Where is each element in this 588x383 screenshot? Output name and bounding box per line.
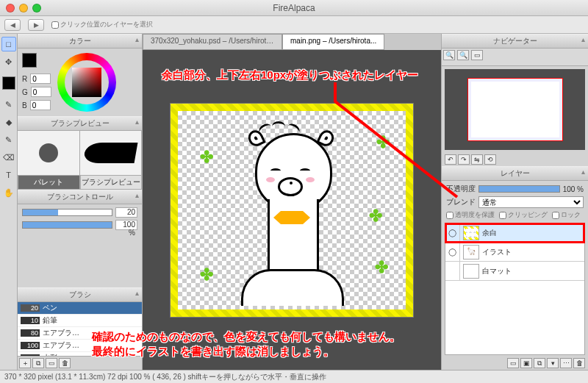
layer-name: イラスト: [482, 247, 512, 257]
canvas-checkerboard[interactable]: ✤ ✤ ✤ ✤ ✤: [178, 111, 406, 309]
add-brush-button[interactable]: ＋: [19, 358, 31, 368]
opacity-label: 不透明度: [446, 184, 476, 194]
layer-menu-button[interactable]: ⋯: [560, 358, 572, 368]
layer-controls: 不透明度 100 % ブレンド 通常 透明度を保護 クリッピング ロック: [442, 181, 588, 223]
layer-name: 余白: [482, 228, 497, 238]
zoom-in-button[interactable]: 🔍: [457, 50, 469, 60]
layer-opacity-slider[interactable]: [478, 185, 560, 193]
brush-preview-tab[interactable]: ブラシプレビュー: [80, 175, 143, 190]
zoom-icon[interactable]: [32, 4, 41, 12]
close-icon[interactable]: ▴: [135, 289, 139, 297]
zoom-fit-button[interactable]: ▭: [471, 50, 483, 60]
clover-icon: ✤: [200, 265, 213, 284]
brush-opacity-value[interactable]: 100 %: [115, 220, 137, 230]
brush-name: 鉛筆: [43, 315, 57, 326]
delete-brush-button[interactable]: 🗑: [59, 358, 71, 368]
rotate-right-button[interactable]: ↷: [458, 154, 470, 165]
color-panel: R G B: [18, 49, 142, 116]
close-icon[interactable]: ▴: [135, 191, 139, 199]
r-label: R: [22, 75, 27, 83]
close-icon[interactable]: ▴: [581, 35, 585, 43]
color-panel-header: カラー▴: [18, 34, 142, 49]
lock-checkbox[interactable]: ロック: [552, 210, 581, 220]
rotate-left-button[interactable]: ↶: [445, 154, 456, 165]
color-picker[interactable]: [57, 53, 123, 112]
clover-icon: ✤: [376, 133, 390, 152]
brush-preview: [18, 131, 142, 175]
toolbox: □ ✥ ✎ ◆ ✎ ⌫ T ✋: [0, 34, 18, 370]
brush-name: エアブラ…: [43, 328, 79, 338]
tool-pencil-icon[interactable]: ✎: [1, 132, 16, 147]
duplicate-layer-button[interactable]: ⧉: [534, 358, 545, 368]
canvas-yellow-margin: ✤ ✤ ✤ ✤ ✤: [171, 104, 413, 317]
tool-hand-icon[interactable]: ✋: [1, 185, 16, 200]
top-toolbar: ◀ ▶ クリック位置のレイヤーを選択: [0, 16, 588, 34]
layer-visibility-icon[interactable]: ◯: [445, 223, 460, 242]
nav-forward-button[interactable]: ▶: [28, 19, 44, 31]
current-color-swatch[interactable]: [22, 53, 37, 68]
close-icon[interactable]: ▴: [581, 168, 585, 176]
tool-text-icon[interactable]: T: [1, 168, 16, 182]
palette-tab[interactable]: パレット: [18, 175, 80, 190]
g-input[interactable]: [31, 87, 51, 97]
minimize-icon[interactable]: [19, 4, 28, 12]
delete-layer-button[interactable]: 🗑: [573, 358, 585, 368]
layer-thumbnail: [463, 264, 479, 279]
layer-visibility-icon[interactable]: ◯: [445, 243, 460, 261]
select-layer-at-click-checkbox[interactable]: クリック位置のレイヤーを選択: [51, 20, 153, 29]
clipping-checkbox[interactable]: クリッピング: [499, 210, 548, 220]
blend-label: ブレンド: [446, 197, 476, 207]
navigator-header: ナビゲーター▴: [442, 34, 588, 49]
brush-control-header: ブラシコントロール▴: [18, 190, 142, 204]
b-input[interactable]: [30, 100, 51, 110]
window-title: FireAlpaca: [273, 3, 315, 13]
reset-button[interactable]: ⟲: [484, 154, 496, 165]
layer-visibility-icon[interactable]: [445, 262, 460, 280]
layer-thumbnail: [463, 226, 479, 240]
tool-pen-icon[interactable]: ✎: [1, 97, 16, 112]
layer-row-yohaku[interactable]: ◯ 余白: [445, 223, 584, 243]
flip-button[interactable]: ⇋: [471, 154, 483, 165]
brush-item[interactable]: 10鉛筆: [18, 315, 142, 327]
b-label: B: [22, 101, 27, 110]
close-icon[interactable]: ▴: [135, 35, 139, 43]
layer-name: 白マット: [482, 266, 512, 276]
tool-bucket-icon[interactable]: ◆: [1, 115, 16, 129]
document-tabs: 370x320_yohaku.psd – /Users/hirotakazuto…: [143, 34, 441, 50]
g-label: G: [22, 88, 28, 96]
close-icon[interactable]: ▴: [135, 118, 139, 126]
foreground-color-swatch[interactable]: [2, 76, 15, 90]
layer-panel-header: レイヤー▴: [442, 166, 588, 181]
navigator-preview[interactable]: [445, 69, 585, 150]
layer-row-illust[interactable]: ◯ イラスト: [445, 243, 584, 262]
new-layer-button[interactable]: ▭: [507, 358, 519, 368]
window-titlebar: FireAlpaca: [0, 0, 588, 16]
brush-item[interactable]: 80エアブラ…: [18, 327, 142, 340]
brush-tip-dot-icon: [39, 143, 58, 162]
merge-layer-button[interactable]: ▾: [547, 358, 559, 368]
new-folder-button[interactable]: ▣: [520, 358, 532, 368]
brush-size-value[interactable]: 20: [115, 207, 137, 218]
duplicate-brush-button[interactable]: ⧉: [32, 358, 44, 368]
r-input[interactable]: [30, 74, 51, 84]
brush-item[interactable]: 100エアブラ…: [18, 340, 142, 352]
close-icon[interactable]: [6, 4, 15, 12]
brush-item[interactable]: 20ペン: [18, 302, 142, 315]
tool-move-icon[interactable]: ✥: [1, 54, 16, 69]
tool-eraser-icon[interactable]: ⌫: [1, 150, 16, 165]
folder-brush-button[interactable]: ▭: [46, 358, 57, 368]
protect-alpha-checkbox[interactable]: 透明度を保護: [446, 210, 495, 220]
clover-icon: ✤: [200, 148, 213, 167]
brush-opacity-slider[interactable]: [22, 221, 112, 229]
brush-name: エアブラ…: [43, 340, 79, 351]
document-tab[interactable]: 370x320_yohaku.psd – /Users/hirotakazuto…: [143, 34, 282, 50]
document-tab-active[interactable]: main.png – /Users/hirota...: [282, 34, 384, 50]
tool-marquee-icon[interactable]: □: [1, 37, 16, 51]
zoom-out-button[interactable]: 🔍: [443, 50, 455, 60]
brush-list: 20ペン 10鉛筆 80エアブラ… 100エアブラ… 10水彩: [18, 302, 142, 357]
select-layer-at-click-label: クリック位置のレイヤーを選択: [60, 20, 153, 29]
layer-row-whitematte[interactable]: 白マット: [445, 262, 584, 281]
nav-back-button[interactable]: ◀: [4, 19, 21, 31]
brush-size-slider[interactable]: [22, 209, 112, 216]
blend-mode-select[interactable]: 通常: [478, 196, 584, 208]
